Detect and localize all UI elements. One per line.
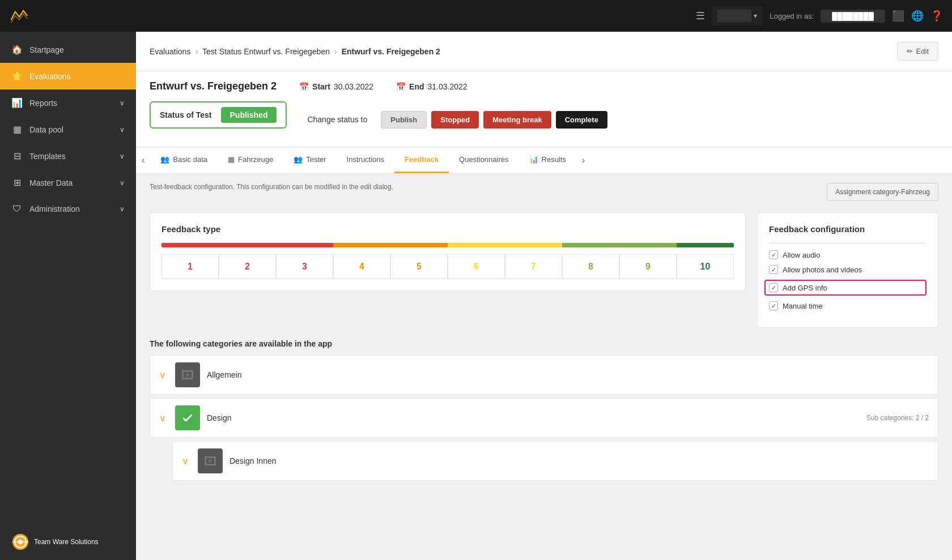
change-status-label: Change status to — [307, 115, 367, 124]
calendar-end-icon: 📅 — [396, 82, 406, 91]
sidebar-label-startpage: Startpage — [29, 45, 64, 54]
people-icon: 👥 — [160, 155, 169, 164]
status-badge: Published — [221, 107, 277, 123]
content-area: Evaluations › Test Status Entwurf vs. Fr… — [136, 32, 952, 560]
breadcrumb-sep-2: › — [334, 47, 337, 56]
category-item-design-innen: ∨Design Innen — [172, 441, 938, 481]
exit-icon[interactable]: ⬛ — [892, 10, 904, 22]
complete-button[interactable]: Complete — [556, 111, 607, 129]
breadcrumb-part-1[interactable]: Evaluations — [150, 47, 190, 56]
sidebar-item-datapool[interactable]: ▦ Data pool ∨ — [0, 116, 136, 143]
tab-basic-data[interactable]: 👥 Basic data — [150, 147, 218, 173]
feedback-config-card: Feedback configuration Allow audioAllow … — [757, 212, 938, 328]
scale-numbers: 12345678910 — [162, 254, 734, 279]
category-icon-allgemein — [175, 362, 200, 387]
tabs-row: ‹ 👥 Basic data ▦ Fahrzeuge 👥 Tester Inst… — [136, 147, 952, 174]
page-content: Test-feedback configuration. This config… — [136, 174, 952, 560]
assign-category-button[interactable]: Assignment category-Fahrzeug — [827, 183, 938, 201]
templates-arrow: ∨ — [120, 152, 125, 160]
grid-icon: ▦ — [228, 155, 235, 164]
status-label: Status of Test — [160, 110, 212, 119]
sidebar-label-evaluations: Evaluations — [29, 72, 70, 81]
home-icon: 🏠 — [11, 44, 23, 55]
tab-next-arrow[interactable]: › — [576, 148, 590, 172]
sidebar-label-datapool: Data pool — [29, 125, 63, 134]
breadcrumb-part-2[interactable]: Test Status Entwurf vs. Freigegeben — [202, 47, 330, 56]
category-item-design: ∨DesignSub categories: 2 / 2 — [150, 398, 938, 438]
svg-point-9 — [209, 459, 212, 463]
sidebar-item-evaluations[interactable]: ⭐ Evaluations — [0, 63, 136, 89]
edit-button[interactable]: ✏ Edit — [897, 42, 938, 61]
reports-arrow: ∨ — [120, 99, 125, 107]
eval-header: Entwurf vs. Freigegeben 2 📅 Start 30.03.… — [136, 71, 952, 147]
breadcrumb: Evaluations › Test Status Entwurf vs. Fr… — [150, 47, 440, 56]
tab-feedback[interactable]: Feedback — [394, 147, 449, 173]
breadcrumb-bar: Evaluations › Test Status Entwurf vs. Fr… — [136, 32, 952, 71]
config-item-audio: Allow audio — [769, 250, 926, 259]
results-icon: 📊 — [529, 155, 538, 164]
checkbox-manual[interactable] — [769, 301, 778, 310]
breadcrumb-current: Entwurf vs. Freigegeben 2 — [342, 47, 440, 56]
scale-bar — [162, 243, 734, 247]
checkbox-photos[interactable] — [769, 265, 778, 274]
tab-results[interactable]: 📊 Results — [519, 147, 576, 173]
tab-questionnaires[interactable]: Questionnaires — [449, 147, 518, 173]
sidebar-label-administration: Administration — [29, 204, 80, 213]
config-note: Test-feedback configuration. This config… — [150, 183, 393, 191]
masterdata-arrow: ∨ — [120, 179, 125, 187]
templates-icon: ⊟ — [11, 151, 23, 161]
status-bar: Status of Test Published — [150, 101, 287, 129]
feedback-config-list: Allow audioAllow photos and videosAdd GP… — [769, 250, 926, 310]
masterdata-icon: ⊞ — [11, 177, 23, 188]
topbar-right: ▾ Logged in as: ████████ ⬛ 🌐 ❓ — [712, 6, 943, 25]
logged-in-user: ████████ — [821, 10, 885, 23]
feedback-config-title: Feedback configuration — [769, 224, 926, 234]
sidebar-label-masterdata: Master Data — [29, 178, 73, 187]
checkbox-gps[interactable] — [769, 283, 778, 292]
admin-arrow: ∨ — [120, 205, 125, 213]
config-item-manual: Manual time — [769, 301, 926, 310]
stopped-button[interactable]: Stopped — [431, 111, 479, 129]
category-expand-allgemein[interactable]: ∨ — [159, 370, 166, 381]
category-item-allgemein: ∨Allgemein — [150, 355, 938, 395]
start-date: 📅 Start 30.03.2022 — [299, 82, 373, 91]
meeting-break-button[interactable]: Meeting break — [483, 111, 551, 129]
sidebar-item-reports[interactable]: 📊 Reports ∨ — [0, 89, 136, 116]
feedback-type-card: Feedback type 12345678910 — [150, 212, 746, 291]
datapool-arrow: ∨ — [120, 126, 125, 134]
sidebar-item-startpage[interactable]: 🏠 Startpage — [0, 36, 136, 63]
svg-point-6 — [186, 373, 189, 377]
app-logo — [9, 6, 678, 26]
sidebar: 🏠 Startpage ⭐ Evaluations 📊 Reports ∨ ▦ … — [0, 32, 136, 560]
status-actions: Publish Stopped Meeting break Complete — [381, 111, 607, 129]
tab-fahrzeuge[interactable]: ▦ Fahrzeuge — [218, 147, 283, 173]
tab-tester[interactable]: 👥 Tester — [283, 147, 336, 173]
category-expand-design[interactable]: ∨ — [159, 413, 166, 424]
reports-icon: 📊 — [11, 97, 23, 108]
help-icon[interactable]: ❓ — [930, 10, 943, 22]
sidebar-label-templates: Templates — [29, 152, 66, 161]
admin-icon: 🛡 — [11, 204, 23, 214]
checkbox-audio[interactable] — [769, 250, 778, 259]
sidebar-bottom: Team Ware Solutions — [0, 524, 136, 560]
star-icon: ⭐ — [11, 71, 23, 82]
sidebar-item-masterdata[interactable]: ⊞ Master Data ∨ — [0, 169, 136, 196]
category-expand-design-innen[interactable]: ∨ — [182, 456, 189, 467]
categories-title: The following categories are available i… — [150, 339, 938, 348]
hamburger-icon[interactable]: ☰ — [696, 10, 705, 22]
category-icon-design — [175, 405, 200, 430]
sidebar-item-templates[interactable]: ⊟ Templates ∨ — [0, 143, 136, 169]
publish-button[interactable]: Publish — [381, 111, 427, 129]
teamware-label: Team Ware Solutions — [34, 538, 99, 546]
category-icon-design-innen — [198, 448, 223, 473]
logged-in-label: Logged in as: — [770, 12, 814, 20]
end-date: 📅 End 31.03.2022 — [396, 82, 468, 91]
language-dropdown[interactable]: ▾ — [712, 6, 763, 25]
tab-instructions[interactable]: Instructions — [337, 147, 394, 173]
teamware-logo-icon — [11, 533, 29, 551]
tab-prev-arrow[interactable]: ‹ — [136, 148, 150, 172]
categories-section: The following categories are available i… — [150, 339, 938, 481]
globe-icon[interactable]: 🌐 — [911, 10, 924, 22]
sidebar-item-administration[interactable]: 🛡 Administration ∨ — [0, 196, 136, 222]
config-item-gps: Add GPS info — [764, 280, 926, 296]
